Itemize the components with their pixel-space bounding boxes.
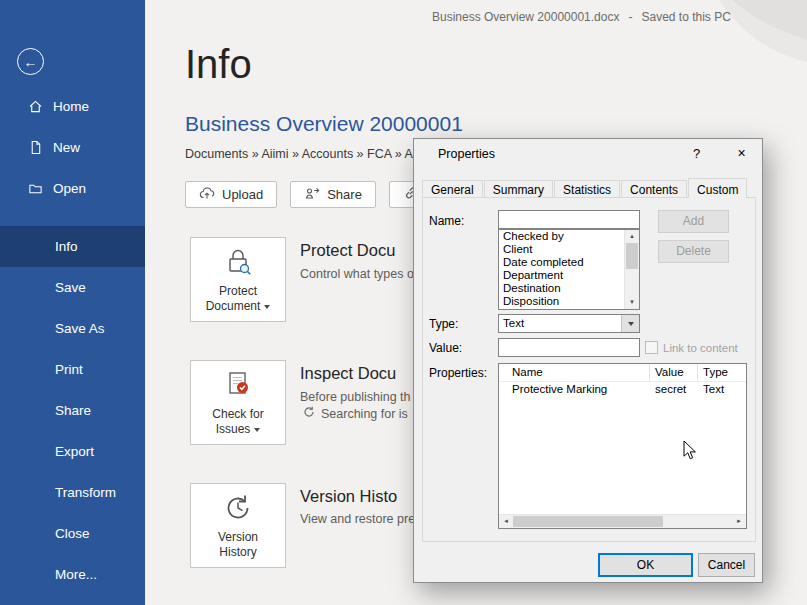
- close-icon: ×: [737, 145, 745, 161]
- scroll-up-icon[interactable]: ▲: [625, 230, 639, 243]
- cancel-button[interactable]: Cancel: [698, 553, 755, 577]
- type-dropdown-value: Text: [503, 317, 524, 329]
- share-button[interactable]: Share: [290, 181, 376, 208]
- table-row[interactable]: Protective Marking secret Text: [499, 382, 746, 397]
- title-separator: -: [628, 10, 632, 24]
- tab-general[interactable]: General: [422, 180, 483, 197]
- sidebar-item-label: Share: [55, 403, 91, 418]
- list-item[interactable]: Destination: [499, 282, 639, 295]
- inspect-section-body: Before publishing th: [300, 390, 411, 404]
- save-status: Saved to this PC: [641, 10, 730, 24]
- sidebar-item-close[interactable]: Close: [0, 513, 145, 554]
- sidebar-item-label: Save As: [55, 321, 105, 336]
- sidebar-item-label: Open: [53, 181, 86, 196]
- sidebar-nav-group: Info Save Save As Print Share Export Tra…: [0, 226, 145, 595]
- new-document-icon: [28, 140, 43, 155]
- scroll-down-icon[interactable]: ▼: [625, 296, 639, 309]
- tile-label-line: Version: [218, 530, 258, 545]
- page-title: Info: [185, 42, 252, 87]
- sidebar-item-label: New: [53, 140, 80, 155]
- scrollbar-thumb[interactable]: [513, 516, 663, 527]
- tab-summary[interactable]: Summary: [484, 180, 553, 197]
- value-field-label: Value:: [429, 341, 462, 355]
- property-name-listbox[interactable]: Checked by Client Date completed Departm…: [498, 229, 640, 310]
- versions-section-heading: Version Histo: [300, 487, 397, 506]
- sidebar-item-label: More...: [55, 567, 97, 582]
- word-backstage-window: ← Home New Open Inf: [0, 0, 807, 605]
- list-item[interactable]: Client: [499, 243, 639, 256]
- sync-icon: [303, 406, 315, 421]
- check-for-issues-button[interactable]: Check for Issues: [190, 360, 286, 445]
- scroll-right-icon[interactable]: ►: [732, 515, 746, 528]
- sidebar-item-new[interactable]: New: [0, 127, 145, 168]
- sidebar-item-info[interactable]: Info: [0, 226, 145, 267]
- dropdown-caret-icon: [264, 305, 270, 309]
- table-header-type[interactable]: Type: [698, 364, 746, 381]
- sidebar-item-save[interactable]: Save: [0, 267, 145, 308]
- tab-statistics[interactable]: Statistics: [554, 180, 620, 197]
- table-cell-name: Protective Marking: [499, 382, 650, 397]
- value-input[interactable]: [498, 338, 640, 357]
- link-to-content-checkbox[interactable]: Link to content: [645, 341, 738, 354]
- lock-icon: [221, 245, 255, 279]
- sidebar-item-label: Export: [55, 444, 94, 459]
- sidebar-item-save-as[interactable]: Save As: [0, 308, 145, 349]
- protect-section-body: Control what types o: [300, 267, 414, 281]
- upload-button[interactable]: Upload: [185, 181, 277, 208]
- sidebar-item-print[interactable]: Print: [0, 349, 145, 390]
- list-item[interactable]: Checked by: [499, 230, 639, 243]
- dialog-title: Properties: [438, 147, 495, 161]
- sidebar-item-home[interactable]: Home: [0, 86, 145, 127]
- back-button[interactable]: ←: [17, 48, 44, 75]
- ok-button[interactable]: OK: [598, 553, 693, 577]
- tile-label-line: History: [219, 545, 256, 560]
- share-icon: [304, 185, 320, 204]
- table-horizontal-scrollbar[interactable]: ◄ ►: [499, 514, 746, 528]
- scrollbar-thumb[interactable]: [626, 243, 638, 269]
- name-input[interactable]: [498, 210, 640, 229]
- window-title: Business Overview 20000001.docx - Saved …: [432, 10, 731, 24]
- dialog-help-button[interactable]: ?: [674, 139, 719, 168]
- name-field-label: Name:: [429, 214, 464, 228]
- tab-custom[interactable]: Custom: [688, 178, 747, 198]
- add-button[interactable]: Add: [658, 210, 729, 233]
- delete-button[interactable]: Delete: [658, 240, 729, 263]
- tile-label-line: Protect: [219, 284, 257, 299]
- list-item[interactable]: Date completed: [499, 256, 639, 269]
- table-header-name[interactable]: Name: [499, 364, 650, 381]
- protect-document-button[interactable]: Protect Document: [190, 237, 286, 322]
- sidebar-item-label: Print: [55, 362, 83, 377]
- dialog-close-button[interactable]: ×: [719, 139, 764, 168]
- sidebar-item-label: Close: [55, 526, 90, 541]
- tile-label-line: Document: [206, 299, 271, 314]
- list-item[interactable]: Department: [499, 269, 639, 282]
- sidebar-item-label: Save: [55, 280, 86, 295]
- scroll-left-icon[interactable]: ◄: [499, 515, 513, 528]
- dialog-tab-strip: General Summary Statistics Contents Cust…: [422, 178, 748, 198]
- upload-cloud-icon: [199, 185, 215, 204]
- versions-section-body: View and restore pre: [300, 512, 415, 526]
- properties-table: Name Value Type Protective Marking secre…: [498, 363, 747, 529]
- type-dropdown[interactable]: Text: [498, 314, 640, 333]
- chevron-down-icon: [628, 322, 634, 326]
- sidebar-item-open[interactable]: Open: [0, 168, 145, 209]
- sidebar-item-transform[interactable]: Transform: [0, 472, 145, 513]
- listbox-vertical-scrollbar[interactable]: ▲ ▼: [624, 230, 639, 309]
- sidebar-item-label: Transform: [55, 485, 116, 500]
- dropdown-button[interactable]: [621, 315, 639, 332]
- table-cell-value: secret: [650, 382, 698, 397]
- action-button-row: Upload Share C: [185, 181, 449, 208]
- checkbox-icon: [645, 341, 658, 354]
- table-cell-type: Text: [698, 382, 746, 397]
- list-item[interactable]: Disposition: [499, 295, 639, 308]
- custom-tab-page: Name: Add Delete Checked by Client Date …: [422, 197, 756, 542]
- document-title: Business Overview 20000001: [185, 112, 463, 136]
- table-header-value[interactable]: Value: [650, 364, 698, 381]
- version-history-button[interactable]: Version History: [190, 483, 286, 568]
- sidebar-item-export[interactable]: Export: [0, 431, 145, 472]
- sidebar-item-share[interactable]: Share: [0, 390, 145, 431]
- tab-contents[interactable]: Contents: [621, 180, 687, 197]
- breadcrumb: Documents » Aiimi » Accounts » FCA » Al: [185, 147, 416, 161]
- tile-label-line: Check for: [212, 407, 263, 422]
- sidebar-item-more[interactable]: More...: [0, 554, 145, 595]
